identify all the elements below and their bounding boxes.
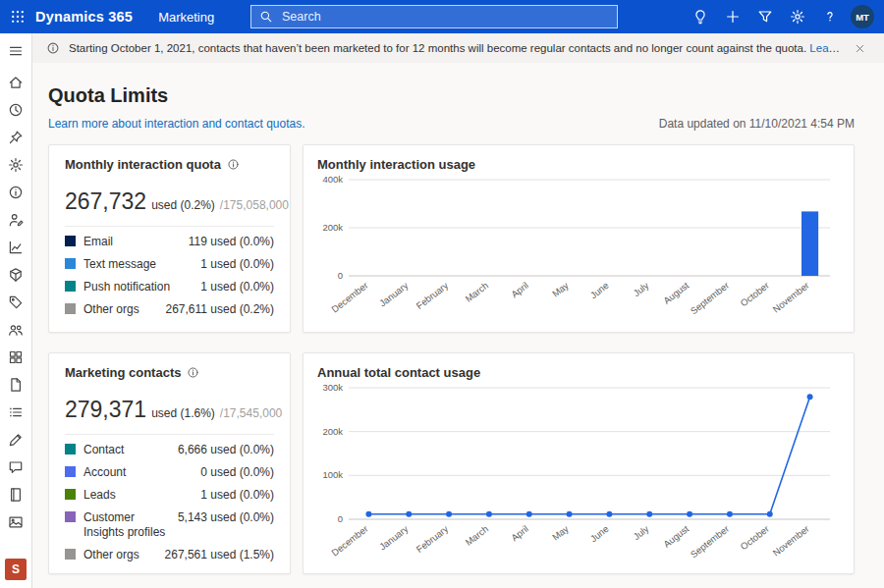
document-icon[interactable]: [6, 377, 26, 393]
legend-row: Text message1 used (0.0%): [65, 253, 274, 276]
legend-label: Account: [83, 465, 193, 480]
svg-text:January: January: [377, 280, 411, 309]
data-updated-text: Data updated on 11/10/2021 4:54 PM: [659, 117, 855, 131]
lightbulb-icon[interactable]: [684, 0, 716, 33]
legend-swatch: [65, 303, 76, 314]
info-icon[interactable]: [6, 185, 26, 200]
svg-text:November: November: [771, 523, 811, 559]
banner-message: Starting October 1, 2021, contacts that …: [69, 42, 841, 54]
quota-legend: Email119 used (0.0%)Text message1 used (…: [65, 231, 274, 321]
gear-icon[interactable]: [781, 0, 813, 33]
svg-text:July: July: [631, 523, 650, 542]
svg-text:June: June: [588, 523, 611, 544]
notification-banner: Starting October 1, 2021, contacts that …: [32, 33, 884, 63]
svg-text:October: October: [739, 523, 771, 552]
pin-icon[interactable]: [6, 130, 26, 145]
brand-title: Dynamics 365: [35, 9, 133, 25]
legend-row: Contact6,666 used (0.0%): [65, 439, 274, 461]
legend-label: Contact: [83, 443, 170, 457]
cube-icon[interactable]: [6, 267, 26, 283]
legend-label: Push notification: [83, 280, 193, 294]
svg-text:200k: 200k: [322, 222, 343, 233]
app-badge[interactable]: S: [5, 559, 27, 580]
legend-label: Text message: [83, 257, 193, 272]
avatar[interactable]: MT: [851, 5, 874, 28]
divider: [65, 434, 274, 435]
people-icon[interactable]: [6, 322, 26, 338]
cards-grid: Monthly interaction quota 267,732 used (…: [48, 144, 855, 574]
info-icon[interactable]: [227, 158, 240, 171]
list-icon[interactable]: [6, 404, 26, 420]
menu-icon[interactable]: [6, 43, 26, 59]
legend-value: 267,611 used (0.2%): [165, 302, 274, 317]
top-navigation-bar: Dynamics 365 Marketing MT: [0, 0, 884, 33]
legend-label: Email: [83, 235, 181, 249]
page-title: Quota Limits: [48, 84, 855, 107]
close-icon[interactable]: [850, 37, 870, 59]
app-launcher-icon[interactable]: [0, 0, 35, 33]
quota-legend: Contact6,666 used (0.0%)Account0 used (0…: [65, 439, 274, 566]
clock-icon[interactable]: [6, 102, 26, 118]
quota-total-value: /17,545,000: [220, 406, 282, 420]
card-header: Annual total contact usage: [317, 365, 840, 380]
info-icon: [46, 41, 60, 55]
image-icon[interactable]: [6, 514, 26, 530]
contact-usage-chart-card: Annual total contact usage 0100k200k300k…: [303, 352, 855, 574]
legend-swatch: [65, 444, 76, 454]
svg-text:April: April: [509, 280, 530, 299]
legend-value: 1 used (0.0%): [200, 257, 274, 272]
global-search[interactable]: [250, 5, 618, 28]
app-name[interactable]: Marketing: [158, 10, 214, 25]
quota-used-value: 279,371: [65, 397, 146, 423]
tag-icon[interactable]: [6, 294, 26, 310]
grid-icon[interactable]: [6, 349, 26, 365]
legend-value: 119 used (0.0%): [189, 235, 274, 249]
book-icon[interactable]: [6, 487, 26, 503]
chart-icon[interactable]: [6, 240, 26, 255]
legend-value: 1 used (0.0%): [200, 488, 274, 503]
search-input[interactable]: [280, 9, 609, 25]
legend-row: Leads1 used (0.0%): [65, 484, 274, 507]
marketing-contacts-card: Marketing contacts 279,371 used (1.6%) /…: [48, 352, 291, 574]
question-icon[interactable]: [813, 0, 846, 33]
legend-value: 0 used (0.0%): [200, 465, 274, 480]
svg-text:July: July: [631, 280, 650, 298]
pencil-icon[interactable]: [6, 432, 26, 448]
chat-icon[interactable]: [6, 459, 26, 475]
legend-swatch: [65, 549, 76, 560]
quota-used-value: 267,732: [65, 188, 146, 215]
legend-value: 6,666 used (0.0%): [178, 443, 274, 457]
svg-text:September: September: [689, 280, 731, 316]
funnel-icon[interactable]: [748, 0, 781, 33]
legend-value: 267,561 used (1.5%): [165, 548, 274, 562]
svg-text:0: 0: [338, 270, 343, 281]
plus-icon[interactable]: [716, 0, 748, 33]
person-edit-icon[interactable]: [6, 212, 26, 228]
quota-used-label: used (1.6%): [151, 406, 215, 420]
annual-contact-usage-chart: 0100k200k300kDecemberJanuaryFebruaryMarc…: [317, 382, 840, 564]
search-icon: [259, 10, 273, 24]
quota-info-link[interactable]: Learn more about interaction and contact…: [48, 117, 305, 131]
legend-swatch: [65, 236, 76, 246]
banner-learn-more-link[interactable]: Learn more: [809, 42, 840, 54]
quota-used-label: used (0.2%): [151, 198, 215, 212]
gear-icon[interactable]: [6, 157, 26, 173]
legend-row: Account0 used (0.0%): [65, 461, 274, 484]
svg-text:February: February: [414, 523, 451, 555]
home-icon[interactable]: [6, 75, 26, 90]
svg-text:100k: 100k: [322, 469, 343, 480]
legend-row: Email119 used (0.0%): [65, 231, 274, 253]
svg-text:April: April: [509, 523, 530, 543]
svg-text:October: October: [739, 280, 771, 308]
interaction-quota-card: Monthly interaction quota 267,732 used (…: [48, 144, 291, 333]
divider: [65, 226, 274, 227]
svg-text:September: September: [689, 523, 731, 560]
legend-swatch: [65, 489, 76, 500]
chart-title: Monthly interaction usage: [317, 157, 475, 172]
quota-summary: 267,732 used (0.2%) /175,058,000: [65, 188, 274, 215]
svg-text:February: February: [414, 280, 451, 311]
monthly-interaction-usage-chart: 0200k400kDecemberJanuaryFebruaryMarchApr…: [317, 174, 840, 321]
card-header: Monthly interaction usage: [317, 157, 840, 172]
info-icon[interactable]: [187, 366, 199, 379]
svg-text:November: November: [771, 280, 811, 315]
